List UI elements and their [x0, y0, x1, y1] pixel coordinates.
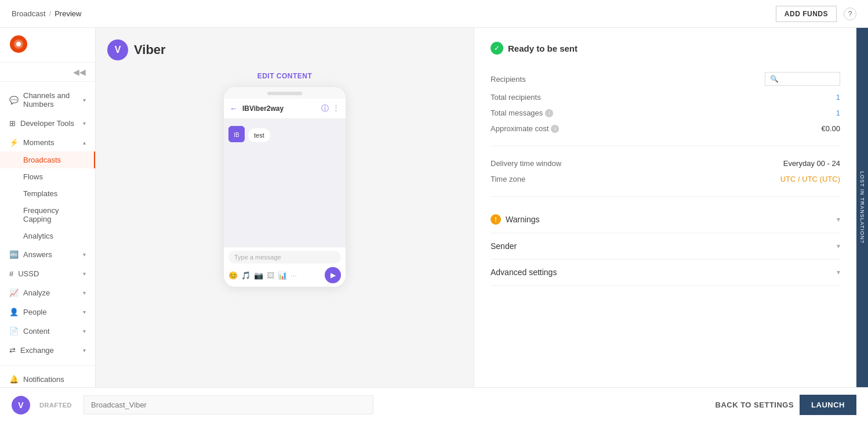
delivery-window-label: Delivery time window [491, 159, 561, 168]
total-messages-info-icon[interactable]: i [545, 109, 553, 117]
broadcast-name-input[interactable] [83, 395, 373, 414]
chevron-down-icon: ▾ [83, 270, 86, 277]
sidebar-group-exchange: ⇄ Exchange ▾ [0, 341, 95, 359]
timezone-label: Time zone [491, 175, 525, 183]
gif-icon: 🖼 [267, 271, 274, 280]
sidebar-item-answers[interactable]: 🔤 Answers ▾ [0, 246, 95, 264]
phone-message-input[interactable]: Type a message [228, 251, 341, 264]
recipients-search[interactable]: 🔍 [765, 72, 840, 86]
warnings-section: ! Warnings ▾ [491, 206, 840, 233]
back-to-settings-button[interactable]: BACK TO SETTINGS [716, 401, 794, 409]
sidebar-item-ussd[interactable]: # USSD ▾ [0, 265, 95, 283]
more-icon: ··· [290, 271, 297, 280]
warnings-chevron-icon: ▾ [837, 215, 840, 223]
svg-text:IB: IB [234, 132, 239, 138]
message-sender-avatar: IB [228, 126, 245, 142]
app-logo-icon [9, 35, 28, 53]
camera-icon: 📷 [254, 271, 263, 280]
draft-status-label: DRAFTED [39, 402, 72, 409]
warnings-title: ! Warnings [491, 214, 540, 225]
launch-button[interactable]: LAUNCH [800, 395, 856, 415]
sidebar-item-broadcasts[interactable]: Broadcasts [0, 152, 95, 168]
sidebar-label-exchange: Exchange [20, 346, 54, 355]
advanced-settings-header[interactable]: Advanced settings ▾ [491, 268, 840, 277]
breadcrumb-current: Preview [55, 9, 81, 18]
people-icon: 👤 [9, 308, 19, 316]
sidebar-group-ussd: # USSD ▾ [0, 265, 95, 283]
sidebar-item-people[interactable]: 👤 People ▾ [0, 303, 95, 321]
bottom-bar: V DRAFTED BACK TO SETTINGS LAUNCH [0, 387, 868, 422]
sender-header[interactable]: Sender ▾ [491, 241, 840, 251]
warning-icon: ! [491, 214, 501, 225]
main-content: V Viber EDIT CONTENT ← IBViber2way ⓘ ⋮ [96, 28, 868, 387]
chevron-down-icon: ▾ [83, 97, 86, 103]
chevron-down-icon: ▾ [83, 251, 86, 258]
bottom-actions: BACK TO SETTINGS LAUNCH [716, 395, 857, 415]
sidebar-group-answers: 🔤 Answers ▾ [0, 246, 95, 264]
total-recipients-value: 1 [836, 93, 840, 102]
chat-icon: 💬 [9, 96, 19, 104]
svg-text:V: V [18, 401, 24, 410]
phone-chat-name: IBViber2way [242, 104, 317, 113]
total-messages-row: Total messages i 1 [491, 105, 840, 121]
emoji-icon: 🎵 [241, 271, 250, 280]
topbar: Broadcast / Preview ADD FUNDS ? [0, 0, 868, 28]
sidebar-item-channels[interactable]: 💬 Channels and Numbers ▾ [0, 86, 95, 113]
lost-in-translation-button[interactable]: LOST IN TRANSLATION? [856, 28, 868, 387]
recipients-label: Recipients [491, 75, 526, 84]
chevron-down-icon: ▾ [83, 328, 86, 334]
sidebar-item-notifications[interactable]: 🔔 Notifications [0, 370, 95, 387]
sender-title: Sender [491, 241, 517, 251]
svg-point-2 [16, 42, 21, 46]
grid-icon: ⊞ [9, 119, 16, 128]
sidebar-item-analyze[interactable]: 📈 Analyze ▾ [0, 284, 95, 302]
approx-cost-value: €0.00 [821, 124, 840, 133]
sidebar-label-answers: Answers [23, 250, 52, 259]
chevron-down-icon: ▾ [83, 309, 86, 315]
sidebar-item-exchange[interactable]: ⇄ Exchange ▾ [0, 341, 95, 359]
sidebar-group-content: 📄 Content ▾ [0, 322, 95, 340]
add-funds-button[interactable]: ADD FUNDS [776, 6, 837, 22]
sticker-icon: 😊 [228, 271, 238, 280]
warnings-header[interactable]: ! Warnings ▾ [491, 214, 840, 225]
app-container: ◀◀ 💬 Channels and Numbers ▾ ⊞ Deve [0, 28, 868, 387]
sidebar-item-frequency-capping[interactable]: Frequency Capping [0, 202, 95, 228]
preview-header: V Viber [107, 39, 166, 60]
edit-content-button[interactable]: EDIT CONTENT [257, 72, 313, 80]
help-icon[interactable]: ? [844, 8, 856, 20]
sidebar-item-moments[interactable]: ⚡ Moments ▴ [0, 134, 95, 152]
breadcrumb-root[interactable]: Broadcast [12, 9, 46, 18]
chevron-up-icon: ▴ [83, 139, 86, 146]
topbar-actions: ADD FUNDS ? [776, 6, 856, 22]
back-arrow-icon: ← [230, 104, 238, 113]
phone-send-button[interactable]: ▶ [325, 267, 341, 283]
phone-notch [267, 92, 302, 95]
sidebar-logo [0, 28, 95, 63]
sidebar-group-people: 👤 People ▾ [0, 303, 95, 321]
sidebar-item-developer[interactable]: ⊞ Developer Tools ▾ [0, 114, 95, 132]
sender-chevron-icon: ▾ [837, 242, 840, 250]
total-messages-value: 1 [836, 109, 840, 117]
ready-check-icon: ✓ [491, 42, 503, 55]
recipients-row: Recipients 🔍 [491, 68, 840, 89]
zap-icon: ⚡ [9, 138, 19, 147]
sidebar-item-content[interactable]: 📄 Content ▾ [0, 322, 95, 340]
preview-panel: V Viber EDIT CONTENT ← IBViber2way ⓘ ⋮ [96, 28, 474, 387]
delivery-window-value: Everyday 00 - 24 [783, 159, 840, 168]
total-recipients-row: Total recipients 1 [491, 89, 840, 105]
phone-info-icon: ⓘ [321, 103, 329, 114]
phone-messages: IB test [224, 119, 346, 247]
delivery-section: Delivery time window Everyday 00 - 24 Ti… [491, 156, 840, 197]
bottom-viber-logo-icon: V [12, 396, 30, 414]
approx-cost-info-icon[interactable]: i [551, 125, 559, 133]
sidebar-group-developer: ⊞ Developer Tools ▾ [0, 114, 95, 132]
sidebar-collapse-button[interactable]: ◀◀ [73, 67, 86, 77]
sidebar-item-flows[interactable]: Flows [0, 168, 95, 185]
sidebar-item-templates[interactable]: Templates [0, 185, 95, 202]
sidebar-group-analyze: 📈 Analyze ▾ [0, 284, 95, 302]
sidebar-item-analytics[interactable]: Analytics [0, 228, 95, 244]
advanced-settings-section: Advanced settings ▾ [491, 259, 840, 286]
phone-chat-header: ← IBViber2way ⓘ ⋮ [224, 99, 346, 119]
recipients-section: Recipients 🔍 Total recipients 1 Total me… [491, 68, 840, 146]
breadcrumb-separator: / [49, 9, 52, 18]
